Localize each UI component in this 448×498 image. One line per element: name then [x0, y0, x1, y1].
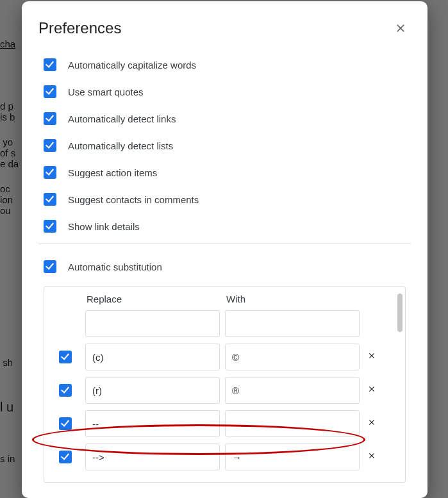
checkbox-auto-capitalize[interactable] — [44, 58, 56, 71]
close-icon — [394, 22, 407, 35]
option-detect-lists[interactable]: Automatically detect lists — [44, 132, 406, 159]
replace-input[interactable] — [85, 377, 220, 404]
option-show-link-details[interactable]: Show link details — [44, 213, 406, 240]
option-action-items[interactable]: Suggest action items — [44, 159, 406, 186]
delete-icon — [367, 385, 376, 394]
option-suggest-contacts[interactable]: Suggest contacts in comments — [44, 186, 406, 213]
delete-row-button[interactable] — [367, 418, 379, 429]
auto-substitution-section: Automatic substitution Replace With — [38, 253, 411, 483]
general-options: Automatically capitalize words Use smart… — [38, 51, 411, 240]
substitution-row-checkbox[interactable] — [59, 384, 72, 397]
option-auto-substitution[interactable]: Automatic substitution — [44, 253, 406, 280]
substitution-row-checkbox[interactable] — [59, 451, 72, 463]
label-auto-substitution: Automatic substitution — [68, 261, 162, 272]
checkbox-smart-quotes[interactable] — [44, 85, 56, 98]
substitution-row — [44, 407, 405, 440]
column-header-replace: Replace — [85, 294, 220, 304]
column-header-with: With — [225, 294, 360, 304]
with-input[interactable] — [225, 344, 360, 370]
label-suggest-contacts: Suggest contacts in comments — [68, 194, 199, 205]
option-smart-quotes[interactable]: Use smart quotes — [44, 78, 406, 105]
delete-icon — [367, 451, 376, 460]
substitution-row-checkbox[interactable] — [59, 417, 72, 430]
dialog-title: Preferences — [38, 19, 121, 37]
label-show-link-details: Show link details — [68, 221, 140, 232]
substitution-table: Replace With — [44, 286, 406, 483]
label-smart-quotes: Use smart quotes — [68, 87, 144, 97]
checkbox-detect-lists[interactable] — [44, 139, 56, 152]
label-detect-links: Automatically detect links — [68, 113, 176, 124]
label-auto-capitalize: Automatically capitalize words — [68, 60, 196, 71]
delete-row-button[interactable] — [367, 351, 379, 363]
with-input[interactable] — [225, 410, 360, 437]
replace-input[interactable] — [85, 444, 220, 470]
preferences-dialog: Preferences Automatically capitalize wor… — [22, 1, 427, 498]
delete-icon — [367, 418, 376, 427]
substitution-row — [44, 340, 405, 374]
label-action-items: Suggest action items — [68, 167, 157, 178]
delete-icon — [367, 351, 376, 360]
checkbox-auto-substitution[interactable] — [44, 260, 56, 273]
replace-input[interactable] — [85, 344, 220, 370]
checkbox-show-link-details[interactable] — [44, 220, 56, 233]
dialog-header: Preferences — [38, 19, 411, 37]
delete-row-button[interactable] — [367, 385, 379, 396]
label-detect-lists: Automatically detect lists — [68, 140, 173, 151]
scrollbar-thumb[interactable] — [397, 294, 402, 332]
substitution-row-checkbox[interactable] — [59, 351, 72, 363]
delete-row-button[interactable] — [367, 451, 379, 463]
replace-input[interactable] — [85, 410, 220, 437]
substitution-table-header: Replace With — [44, 294, 405, 304]
substitution-row — [44, 374, 405, 407]
divider — [38, 244, 411, 244]
checkbox-action-items[interactable] — [44, 166, 56, 179]
checkbox-detect-links[interactable] — [44, 112, 56, 125]
substitution-row — [44, 307, 405, 340]
option-auto-capitalize[interactable]: Automatically capitalize words — [44, 51, 406, 78]
with-input[interactable] — [225, 444, 360, 470]
with-input[interactable] — [225, 310, 360, 337]
with-input[interactable] — [225, 377, 360, 404]
option-detect-links[interactable]: Automatically detect links — [44, 105, 406, 132]
close-button[interactable] — [394, 22, 407, 35]
replace-input[interactable] — [85, 310, 220, 337]
substitution-row — [44, 440, 405, 474]
checkbox-suggest-contacts[interactable] — [44, 193, 56, 206]
